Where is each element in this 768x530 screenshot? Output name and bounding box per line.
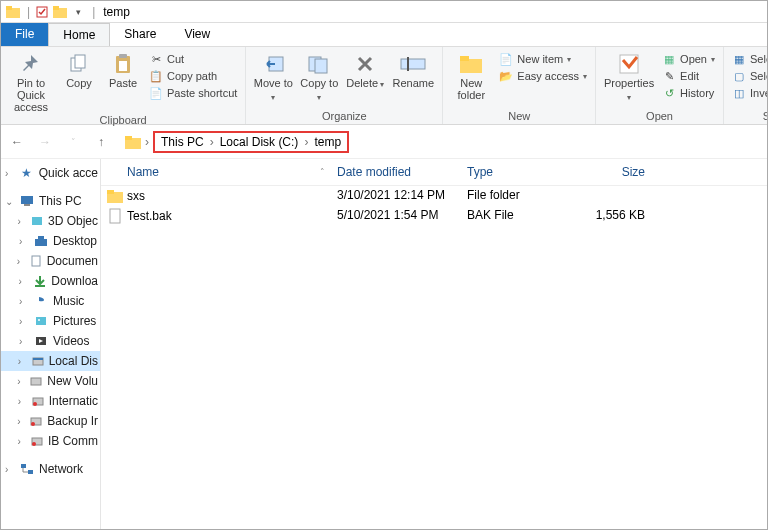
- col-date[interactable]: Date modified: [331, 163, 461, 181]
- file-row[interactable]: Test.bak 5/10/2021 1:54 PM BAK File 1,55…: [101, 206, 767, 226]
- recent-locations-button[interactable]: ˅: [63, 132, 83, 152]
- chevron-right-icon[interactable]: ›: [210, 135, 214, 149]
- expand-icon[interactable]: ›: [17, 256, 25, 267]
- tree-this-pc[interactable]: ⌄ This PC: [1, 191, 100, 211]
- back-button[interactable]: ←: [7, 132, 27, 152]
- copy-to-button[interactable]: Copy to: [298, 49, 340, 103]
- expand-icon[interactable]: ›: [19, 316, 29, 327]
- tab-view[interactable]: View: [170, 23, 224, 46]
- open-button[interactable]: ▦Open: [660, 51, 717, 67]
- tree-network[interactable]: › Network: [1, 459, 100, 479]
- new-item-icon: 📄: [499, 52, 513, 66]
- expand-icon[interactable]: ›: [17, 376, 25, 387]
- tree-item[interactable]: › Pictures: [1, 311, 100, 331]
- svg-rect-4: [53, 6, 59, 10]
- col-type[interactable]: Type: [461, 163, 571, 181]
- window-title: temp: [103, 5, 130, 19]
- tree-item[interactable]: › New Volu: [1, 371, 100, 391]
- title-bar: | ▾ | temp: [1, 1, 767, 23]
- chevron-right-icon[interactable]: ›: [145, 135, 149, 149]
- expand-icon[interactable]: ›: [18, 396, 27, 407]
- tree-item[interactable]: › IB Comm: [1, 431, 100, 451]
- file-type: File folder: [461, 186, 571, 206]
- history-button[interactable]: ↺History: [660, 85, 717, 101]
- col-size[interactable]: Size: [571, 163, 651, 181]
- item-icon: [33, 313, 49, 329]
- copy-button[interactable]: Copy: [59, 49, 99, 89]
- address-bar[interactable]: › This PC › Local Disk (C:) › temp: [119, 129, 761, 155]
- new-folder-button[interactable]: New folder: [449, 49, 493, 101]
- expand-icon[interactable]: ›: [18, 356, 27, 367]
- select-all-button[interactable]: ▦Select all: [730, 51, 768, 67]
- group-select: ▦Select all ▢Select none ◫Invert selecti…: [724, 47, 768, 124]
- delete-button[interactable]: Delete: [344, 49, 386, 90]
- forward-button[interactable]: →: [35, 132, 55, 152]
- expand-icon[interactable]: ›: [19, 336, 29, 347]
- move-to-button[interactable]: Move to: [252, 49, 294, 103]
- chevron-right-icon[interactable]: ›: [304, 135, 308, 149]
- chevron-down-icon[interactable]: ▾: [70, 4, 86, 20]
- navigation-pane[interactable]: › ★ Quick acce ⌄ This PC › 3D Objec › De…: [1, 159, 101, 529]
- invert-selection-button[interactable]: ◫Invert selection: [730, 85, 768, 101]
- crumb-this-pc[interactable]: This PC: [161, 135, 204, 149]
- item-icon: [30, 213, 44, 229]
- tree-item-label: Pictures: [53, 314, 96, 328]
- svg-rect-23: [35, 239, 47, 246]
- tab-share[interactable]: Share: [110, 23, 170, 46]
- crumb-temp[interactable]: temp: [314, 135, 341, 149]
- item-icon: [33, 333, 49, 349]
- expand-icon[interactable]: ›: [17, 416, 25, 427]
- folder-icon: [107, 188, 123, 204]
- expand-icon[interactable]: ›: [17, 436, 25, 447]
- expand-icon[interactable]: ›: [19, 236, 29, 247]
- paste-shortcut-button[interactable]: 📄Paste shortcut: [147, 85, 239, 101]
- cut-button[interactable]: ✂Cut: [147, 51, 239, 67]
- expand-icon[interactable]: ›: [5, 464, 15, 475]
- paste-button[interactable]: Paste: [103, 49, 143, 89]
- tab-home[interactable]: Home: [48, 23, 110, 46]
- tree-item[interactable]: › Backup Ir: [1, 411, 100, 431]
- tree-item[interactable]: › Downloa: [1, 271, 100, 291]
- tree-item[interactable]: › Desktop: [1, 231, 100, 251]
- item-icon: [30, 433, 44, 449]
- tree-item[interactable]: › Local Dis: [1, 351, 100, 371]
- select-all-icon: ▦: [732, 52, 746, 66]
- tree-item[interactable]: › 3D Objec: [1, 211, 100, 231]
- easy-access-button[interactable]: 📂Easy access: [497, 68, 589, 84]
- tree-item[interactable]: › Videos: [1, 331, 100, 351]
- svg-rect-44: [110, 209, 120, 223]
- edit-button[interactable]: ✎Edit: [660, 68, 717, 84]
- crumb-local-disk[interactable]: Local Disk (C:): [220, 135, 299, 149]
- tree-item[interactable]: › Documen: [1, 251, 100, 271]
- edit-icon: ✎: [662, 69, 676, 83]
- sort-asc-icon: ˄: [320, 167, 325, 177]
- tree-quick-access[interactable]: › ★ Quick acce: [1, 163, 100, 183]
- expand-icon[interactable]: ›: [17, 216, 25, 227]
- file-list[interactable]: Name ˄ Date modified Type Size sxs 3/10/…: [101, 159, 767, 529]
- svg-rect-41: [28, 470, 33, 474]
- tree-item[interactable]: › Internatic: [1, 391, 100, 411]
- up-button[interactable]: ↑: [91, 132, 111, 152]
- col-name[interactable]: Name ˄: [101, 163, 331, 181]
- delete-icon: [349, 51, 381, 77]
- item-icon: [32, 273, 47, 289]
- svg-rect-25: [32, 256, 40, 266]
- tab-file[interactable]: File: [1, 23, 48, 46]
- tree-item-label: Desktop: [53, 234, 97, 248]
- collapse-icon[interactable]: ⌄: [5, 196, 15, 207]
- rename-button[interactable]: Rename: [390, 49, 436, 89]
- pin-button[interactable]: Pin to Quick access: [7, 49, 55, 113]
- save-icon[interactable]: [34, 4, 50, 20]
- expand-icon[interactable]: ›: [19, 296, 29, 307]
- new-item-button[interactable]: 📄New item: [497, 51, 589, 67]
- file-row[interactable]: sxs 3/10/2021 12:14 PM File folder: [101, 186, 767, 206]
- expand-icon[interactable]: ›: [5, 168, 15, 179]
- item-icon: [33, 233, 49, 249]
- tree-item[interactable]: › Music: [1, 291, 100, 311]
- item-icon: [29, 253, 43, 269]
- svg-rect-40: [21, 464, 26, 468]
- properties-button[interactable]: Properties: [602, 49, 656, 103]
- select-none-button[interactable]: ▢Select none: [730, 68, 768, 84]
- copy-path-button[interactable]: 📋Copy path: [147, 68, 239, 84]
- expand-icon[interactable]: ›: [19, 276, 29, 287]
